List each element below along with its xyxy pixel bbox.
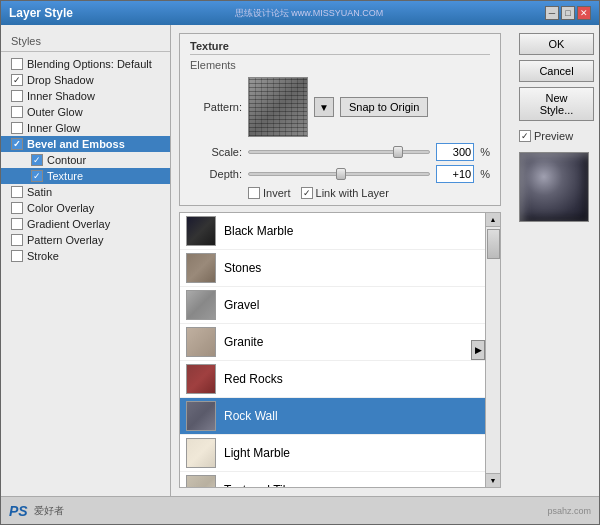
scroll-down-button[interactable]: ▼ <box>486 473 500 487</box>
depth-percent: % <box>480 168 490 180</box>
blending-label: Blending Options: Default <box>27 58 152 70</box>
inner-glow-label: Inner Glow <box>27 122 80 134</box>
preview-box <box>519 152 589 222</box>
sidebar-item-color-overlay[interactable]: Color Overlay <box>1 200 170 216</box>
stroke-label: Stroke <box>27 250 59 262</box>
scale-slider[interactable] <box>248 150 430 154</box>
gradient-overlay-checkbox[interactable] <box>11 218 23 230</box>
outer-glow-checkbox[interactable] <box>11 106 23 118</box>
texture-item-rock-wall[interactable]: Rock Wall <box>180 398 485 435</box>
list-expand-button[interactable]: ▶ <box>471 340 485 360</box>
depth-value-input[interactable] <box>436 165 474 183</box>
satin-checkbox[interactable] <box>11 186 23 198</box>
snap-to-origin-button[interactable]: Snap to Origin <box>340 97 428 117</box>
texture-list: Black Marble Stones Gravel <box>180 213 485 488</box>
scale-thumb[interactable] <box>393 146 403 158</box>
granite-name: Granite <box>224 335 263 349</box>
pattern-row: Pattern: ▼ Snap to Origin <box>190 77 490 137</box>
pattern-preview <box>248 77 308 137</box>
minimize-button[interactable]: ─ <box>545 6 559 20</box>
texture-item-granite[interactable]: Granite <box>180 324 485 361</box>
sidebar-item-contour[interactable]: Contour <box>1 152 170 168</box>
ps-logo: PS <box>9 503 28 519</box>
textured-tile-thumb <box>186 475 216 488</box>
list-scrollbar[interactable]: ▲ ▼ <box>485 213 500 487</box>
texture-item-gravel[interactable]: Gravel <box>180 287 485 324</box>
depth-thumb[interactable] <box>336 168 346 180</box>
maximize-button[interactable]: □ <box>561 6 575 20</box>
cancel-button[interactable]: Cancel <box>519 60 594 82</box>
ok-button[interactable]: OK <box>519 33 594 55</box>
pattern-label: Pattern: <box>190 101 242 113</box>
black-marble-thumb <box>186 216 216 246</box>
black-marble-name: Black Marble <box>224 224 293 238</box>
texture-section: Texture Elements Pattern: ▼ Snap to Orig… <box>179 33 501 206</box>
inner-glow-checkbox[interactable] <box>11 122 23 134</box>
light-marble-name: Light Marble <box>224 446 290 460</box>
sidebar-item-inner-shadow[interactable]: Inner Shadow <box>1 88 170 104</box>
color-overlay-checkbox[interactable] <box>11 202 23 214</box>
invert-label: Invert <box>263 187 291 199</box>
drop-shadow-label: Drop Shadow <box>27 74 94 86</box>
inner-shadow-label: Inner Shadow <box>27 90 95 102</box>
contour-checkbox[interactable] <box>31 154 43 166</box>
scale-value-input[interactable] <box>436 143 474 161</box>
preview-checkbox[interactable] <box>519 130 531 142</box>
title-bar: Layer Style 思练设计论坛 www.MISSYUAN.COM ─ □ … <box>1 1 599 25</box>
scroll-up-button[interactable]: ▲ <box>486 213 500 227</box>
textured-tile-name: Textured Tile <box>224 483 292 488</box>
sidebar-item-bevel-emboss[interactable]: Bevel and Emboss <box>1 136 170 152</box>
depth-label: Depth: <box>190 168 242 180</box>
texture-list-container: ▶ Black Marble Stones <box>179 212 501 488</box>
sidebar-item-gradient-overlay[interactable]: Gradient Overlay <box>1 216 170 232</box>
sidebar-item-drop-shadow[interactable]: Drop Shadow <box>1 72 170 88</box>
sidebar-item-pattern-overlay[interactable]: Pattern Overlay <box>1 232 170 248</box>
texture-item-red-rocks[interactable]: Red Rocks <box>180 361 485 398</box>
light-marble-thumb <box>186 438 216 468</box>
blending-checkbox[interactable] <box>11 58 23 70</box>
pattern-overlay-checkbox[interactable] <box>11 234 23 246</box>
stones-name: Stones <box>224 261 261 275</box>
stroke-checkbox[interactable] <box>11 250 23 262</box>
texture-item-stones[interactable]: Stones <box>180 250 485 287</box>
window-body: Styles Blending Options: Default Drop Sh… <box>1 25 599 496</box>
bevel-emboss-label: Bevel and Emboss <box>27 138 125 150</box>
sidebar-item-satin[interactable]: Satin <box>1 184 170 200</box>
texture-item-light-marble[interactable]: Light Marble <box>180 435 485 472</box>
window-controls: ─ □ ✕ <box>545 6 591 20</box>
texture-item-textured-tile[interactable]: Textured Tile <box>180 472 485 488</box>
close-button[interactable]: ✕ <box>577 6 591 20</box>
styles-panel: Styles Blending Options: Default Drop Sh… <box>1 25 171 496</box>
sidebar-item-outer-glow[interactable]: Outer Glow <box>1 104 170 120</box>
styles-panel-header: Styles <box>1 33 170 52</box>
red-rocks-name: Red Rocks <box>224 372 283 386</box>
center-panel: Texture Elements Pattern: ▼ Snap to Orig… <box>171 25 509 496</box>
sidebar-item-stroke[interactable]: Stroke <box>1 248 170 264</box>
invert-option[interactable]: Invert <box>248 187 291 199</box>
new-style-button[interactable]: New Style... <box>519 87 594 121</box>
depth-slider[interactable] <box>248 172 430 176</box>
rock-wall-thumb <box>186 401 216 431</box>
depth-row: Depth: % <box>190 165 490 183</box>
bottom-bar: PS 爱好者 psahz.com <box>1 496 599 524</box>
sidebar-item-inner-glow[interactable]: Inner Glow <box>1 120 170 136</box>
scroll-thumb[interactable] <box>487 229 500 259</box>
link-checkbox[interactable] <box>301 187 313 199</box>
drop-shadow-checkbox[interactable] <box>11 74 23 86</box>
elements-label: Elements <box>190 59 490 71</box>
scroll-track <box>486 227 500 473</box>
sidebar-item-texture[interactable]: Texture <box>1 168 170 184</box>
outer-glow-label: Outer Glow <box>27 106 83 118</box>
inner-shadow-checkbox[interactable] <box>11 90 23 102</box>
preview-option[interactable]: Preview <box>519 130 589 142</box>
invert-checkbox[interactable] <box>248 187 260 199</box>
bevel-emboss-checkbox[interactable] <box>11 138 23 150</box>
sidebar-item-blending[interactable]: Blending Options: Default <box>1 56 170 72</box>
pattern-dropdown-button[interactable]: ▼ <box>314 97 334 117</box>
preview-label: Preview <box>534 130 573 142</box>
texture-label: Texture <box>47 170 83 182</box>
texture-checkbox[interactable] <box>31 170 43 182</box>
link-option[interactable]: Link with Layer <box>301 187 389 199</box>
texture-item-black-marble[interactable]: Black Marble <box>180 213 485 250</box>
main-content: Texture Elements Pattern: ▼ Snap to Orig… <box>171 25 599 496</box>
